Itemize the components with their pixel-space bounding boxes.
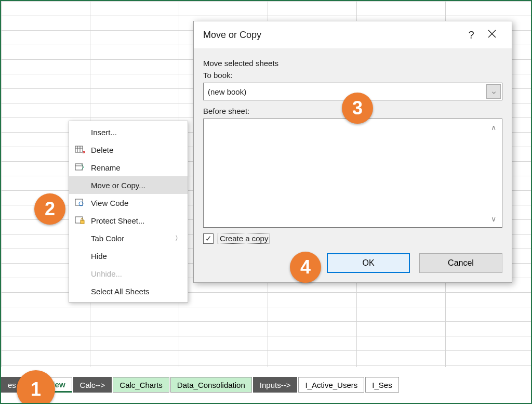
move-or-copy-dialog: Move or Copy ? Move selected sheets To b… — [193, 21, 512, 283]
menu-label: Tab Color — [91, 234, 124, 243]
close-button[interactable] — [482, 29, 502, 41]
create-a-copy-checkbox[interactable]: ✓ — [203, 233, 214, 244]
callout-1: 1 — [17, 370, 55, 404]
sheet-tab-calc-charts[interactable]: Calc_Charts — [113, 377, 169, 393]
rename-sheet-icon — [74, 163, 86, 172]
menu-label: Select All Sheets — [91, 287, 150, 296]
callout-4: 4 — [290, 252, 321, 283]
menu-protect-sheet[interactable]: Protect Sheet... — [69, 212, 188, 229]
menu-view-code[interactable]: View Code — [69, 194, 188, 212]
dialog-body: Move selected sheets To book: (new book)… — [194, 48, 512, 282]
sheet-tab-data-consolidation[interactable]: Data_Consolidation — [170, 377, 252, 393]
protect-sheet-icon — [74, 216, 86, 225]
svg-rect-0 — [75, 146, 83, 152]
delete-sheet-icon: ✕ — [74, 145, 86, 154]
menu-label: Hide — [91, 252, 107, 260]
sheet-tab-ses[interactable]: I_Ses — [365, 377, 398, 393]
menu-label: Move or Copy... — [91, 181, 145, 190]
create-a-copy-label: Create a copy — [218, 233, 270, 244]
svg-text:✕: ✕ — [82, 150, 85, 154]
menu-select-all-sheets[interactable]: Select All Sheets — [69, 282, 188, 300]
menu-label: Unhide... — [91, 269, 122, 278]
dialog-titlebar[interactable]: Move or Copy ? — [194, 21, 512, 48]
menu-delete[interactable]: ✕ Delete — [69, 141, 188, 159]
menu-label: Insert... — [91, 128, 117, 137]
sheet-tab-active-users[interactable]: I_Active_Users — [298, 377, 364, 393]
menu-tab-color[interactable]: Tab Color 〉 — [69, 229, 188, 247]
blank-icon — [74, 269, 86, 278]
callout-3: 3 — [342, 93, 373, 124]
before-sheet-listbox[interactable]: ∧ ∨ — [203, 119, 502, 228]
create-a-copy-row: ✓ Create a copy — [203, 233, 502, 244]
to-book-value: (new book) — [208, 87, 246, 96]
chevron-down-icon[interactable]: ⌵ — [486, 84, 501, 99]
dialog-title: Move or Copy — [203, 30, 461, 41]
ok-button[interactable]: OK — [327, 253, 410, 273]
menu-unhide: Unhide... — [69, 265, 188, 282]
blank-icon — [74, 251, 86, 260]
scroll-up-icon[interactable]: ∧ — [488, 122, 499, 133]
menu-label: Delete — [91, 146, 113, 154]
cancel-button[interactable]: Cancel — [419, 253, 502, 273]
menu-label: Protect Sheet... — [91, 216, 144, 225]
svg-rect-5 — [75, 164, 83, 170]
sheet-tab-bar: es Overview Calc--> Calc_Charts Data_Con… — [1, 377, 400, 393]
submenu-arrow-icon: 〉 — [175, 234, 181, 243]
move-selected-sheets-label: Move selected sheets — [203, 59, 502, 68]
sheet-context-menu: Insert... ✕ Delete Rename Move or Copy..… — [69, 121, 188, 303]
menu-move-or-copy[interactable]: Move or Copy... — [69, 176, 188, 194]
sheet-tab-calc[interactable]: Calc--> — [73, 377, 112, 393]
blank-icon — [74, 233, 86, 243]
blank-icon — [74, 127, 86, 137]
view-code-icon — [74, 198, 86, 207]
to-book-label: To book: — [203, 71, 502, 80]
sheet-tab-inputs[interactable]: Inputs--> — [253, 377, 298, 393]
menu-rename[interactable]: Rename — [69, 159, 188, 176]
dialog-button-row: OK Cancel — [203, 253, 502, 273]
menu-hide[interactable]: Hide — [69, 247, 188, 265]
help-button[interactable]: ? — [461, 29, 482, 41]
menu-insert[interactable]: Insert... — [69, 123, 188, 141]
svg-rect-10 — [81, 220, 84, 224]
menu-label: Rename — [91, 163, 121, 172]
checkmark-icon: ✓ — [205, 234, 212, 243]
blank-icon — [74, 180, 86, 190]
callout-2: 2 — [34, 193, 65, 225]
scroll-down-icon[interactable]: ∨ — [488, 214, 499, 224]
menu-label: View Code — [91, 199, 128, 207]
blank-icon — [74, 286, 86, 296]
